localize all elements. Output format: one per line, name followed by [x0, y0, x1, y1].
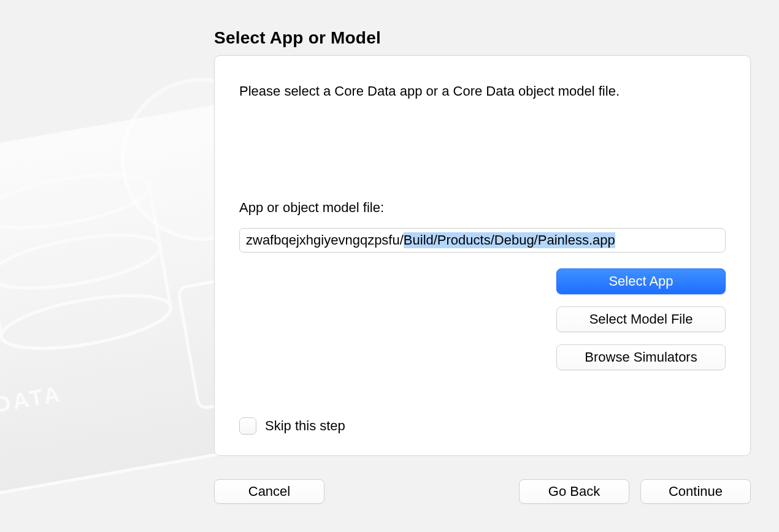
footer-buttons: Cancel Go Back Continue — [214, 479, 751, 504]
skip-step-label: Skip this step — [265, 418, 345, 434]
go-back-button[interactable]: Go Back — [519, 479, 629, 504]
svg-point-4 — [0, 286, 174, 359]
path-field-label: App or object model file: — [239, 200, 726, 216]
instruction-text: Please select a Core Data app or a Core … — [239, 83, 726, 101]
select-app-button[interactable]: Select App — [556, 268, 726, 294]
svg-point-3 — [0, 225, 164, 298]
svg-point-2 — [0, 165, 153, 238]
skip-step-checkbox[interactable] — [239, 417, 256, 435]
continue-button[interactable]: Continue — [640, 479, 751, 504]
select-model-file-button[interactable]: Select Model File — [556, 306, 726, 332]
main-panel: Please select a Core Data app or a Core … — [214, 55, 751, 456]
path-input-prefix: zwafbqejxhgiyevngqzpsfu/ — [246, 232, 404, 248]
cancel-button[interactable]: Cancel — [214, 479, 324, 504]
path-input[interactable]: zwafbqejxhgiyevngqzpsfu/Build/Products/D… — [239, 228, 726, 253]
page-title: Select App or Model — [214, 28, 381, 48]
bg-label-data: DATA — [0, 381, 64, 417]
path-input-selection: Build/Products/Debug/Painless.app — [404, 232, 615, 248]
skip-step-row[interactable]: Skip this step — [239, 417, 345, 435]
browse-simulators-button[interactable]: Browse Simulators — [556, 344, 726, 370]
action-button-stack: Select App Select Model File Browse Simu… — [239, 268, 726, 370]
